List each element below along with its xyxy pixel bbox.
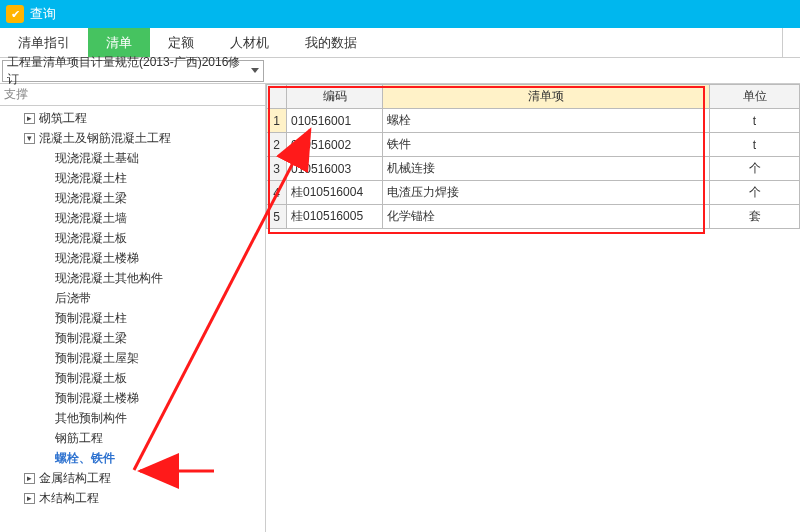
annotation-arrow-small <box>0 0 800 532</box>
